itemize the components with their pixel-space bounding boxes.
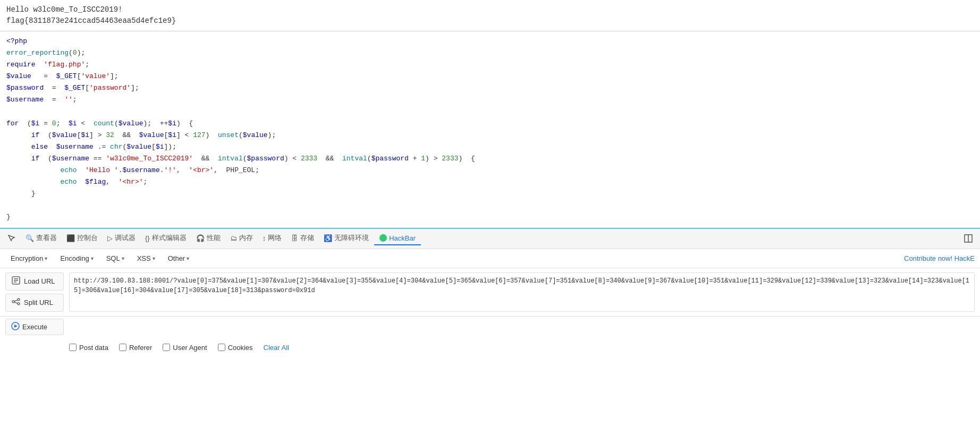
execute-label: Execute	[22, 323, 47, 331]
other-arrow: ▾	[187, 255, 189, 261]
inspector-icon: 🔍	[26, 234, 34, 242]
post-data-label: Post data	[79, 344, 108, 352]
encryption-menu[interactable]: Encryption ▾	[5, 253, 53, 264]
svg-line-10	[14, 302, 18, 303]
accessibility-label: 无障碍环境	[334, 233, 369, 243]
console-label: 控制台	[77, 233, 98, 243]
devtools-storage[interactable]: 🗄 存储	[287, 231, 318, 246]
devtools-style-editor[interactable]: {} 样式编辑器	[141, 231, 191, 246]
network-label: 网络	[268, 233, 282, 243]
svg-point-6	[12, 301, 14, 303]
devtools-memory[interactable]: 🗂 内存	[226, 231, 257, 246]
hackbar-content: Load URL Split URL http://39.100.83.188:…	[0, 268, 980, 317]
output-area: Hello w3lc0me_To_ISCC2019! flag{8311873e…	[0, 0, 980, 31]
devtools-performance[interactable]: 🎧 性能	[192, 231, 225, 246]
encoding-arrow: ▾	[91, 255, 94, 261]
code-line: else $username .= chr($value[$i]);	[6, 141, 974, 153]
encoding-menu[interactable]: Encoding ▾	[55, 253, 98, 264]
xss-menu[interactable]: XSS ▾	[132, 253, 160, 264]
accessibility-icon: ♿	[324, 234, 332, 242]
user-agent-checkbox[interactable]: User Agent	[163, 344, 207, 352]
other-label: Other	[168, 254, 185, 262]
contribute-link[interactable]: Contribute now! HackE	[904, 254, 975, 262]
load-url-button[interactable]: Load URL	[5, 272, 64, 291]
debugger-icon: ▷	[107, 234, 113, 242]
devtools-accessibility[interactable]: ♿ 无障碍环境	[319, 231, 373, 246]
code-line: for ($i = 0; $i < count($value); ++$i) {	[6, 118, 974, 130]
hackbar-label: HackBar	[389, 234, 416, 242]
hackbar-bottom: Post data Referer User Agent Cookies Cle…	[0, 339, 980, 356]
encoding-label: Encoding	[60, 254, 89, 262]
code-line: error_reporting(0);	[6, 47, 974, 59]
hackbar-left-panel: Load URL Split URL	[5, 272, 64, 312]
devtools-debugger[interactable]: ▷ 调试器	[103, 231, 140, 246]
svg-line-9	[14, 300, 18, 301]
code-line: $password = $_GET['password'];	[6, 82, 974, 94]
code-line: <?php	[6, 36, 974, 47]
referer-checkbox[interactable]: Referer	[119, 344, 152, 352]
execute-icon	[11, 322, 20, 332]
split-url-label: Split URL	[24, 298, 53, 306]
devtools-inspector[interactable]: 🔍 查看器	[21, 231, 61, 246]
referer-label: Referer	[129, 344, 152, 352]
code-line: if ($username == 'w3lc0me_To_ISCC2019' &…	[6, 153, 974, 165]
network-icon: ↕	[263, 234, 266, 242]
console-icon: ⬛	[66, 234, 75, 242]
referer-input[interactable]	[119, 344, 126, 351]
split-url-button[interactable]: Split URL	[5, 294, 64, 312]
cookies-label: Cookies	[228, 344, 253, 352]
performance-label: 性能	[207, 233, 221, 243]
cookies-input[interactable]	[218, 344, 225, 351]
code-line: echo 'Hello '.$username.'!', '<br>', PHP…	[6, 165, 974, 176]
inspector-label: 查看器	[36, 233, 57, 243]
encryption-arrow: ▾	[45, 255, 47, 261]
hackbar-tab[interactable]: HackBar	[374, 232, 421, 245]
code-line: }	[6, 211, 974, 223]
encryption-label: Encryption	[11, 254, 43, 262]
cookies-checkbox[interactable]: Cookies	[218, 344, 253, 352]
debugger-label: 调试器	[115, 233, 136, 243]
style-icon: {}	[145, 234, 150, 242]
xss-arrow: ▾	[153, 255, 155, 261]
output-line1: Hello w3lc0me_To_ISCC2019!	[6, 4, 974, 15]
code-line: if ($value[$i] > 32 && $value[$i] < 127)…	[6, 130, 974, 141]
execute-row: Execute	[0, 317, 980, 339]
xss-label: XSS	[137, 254, 151, 262]
memory-icon: 🗂	[230, 234, 237, 242]
user-agent-label: User Agent	[173, 344, 207, 352]
code-line: }	[6, 188, 974, 200]
clear-all-button[interactable]: Clear All	[264, 344, 289, 352]
storage-label: 存储	[300, 233, 314, 243]
load-url-icon	[11, 276, 21, 287]
svg-point-8	[18, 303, 20, 305]
svg-point-7	[18, 298, 20, 301]
code-line: $value = $_GET['value'];	[6, 71, 974, 82]
post-data-input[interactable]	[69, 344, 77, 351]
devtools-bar: 🔍 查看器 ⬛ 控制台 ▷ 调试器 {} 样式编辑器 🎧 性能 🗂 内存 ↕ 网…	[0, 229, 980, 249]
code-line: require 'flag.php';	[6, 59, 974, 71]
memory-label: 内存	[239, 233, 253, 243]
code-line	[6, 200, 974, 211]
devtools-expand-btn[interactable]	[960, 230, 977, 247]
url-input[interactable]: http://39.100.83.188:8001/?value[0]=375&…	[69, 272, 975, 312]
svg-marker-12	[14, 325, 18, 328]
code-line	[6, 106, 974, 118]
devtools-console[interactable]: ⬛ 控制台	[62, 231, 102, 246]
user-agent-input[interactable]	[163, 344, 170, 351]
storage-icon: 🗄	[291, 234, 298, 242]
performance-icon: 🎧	[196, 234, 205, 242]
code-area: <?php error_reporting(0); require 'flag.…	[0, 31, 980, 229]
post-data-checkbox[interactable]: Post data	[69, 344, 108, 352]
code-line: $username = '';	[6, 94, 974, 106]
devtools-network[interactable]: ↕ 网络	[258, 231, 286, 246]
hackbar-dot	[379, 234, 387, 242]
inspect-icon-btn[interactable]	[3, 230, 20, 247]
code-line: echo $flag, '<hr>';	[6, 176, 974, 188]
sql-label: SQL	[106, 254, 120, 262]
split-url-icon	[11, 297, 21, 309]
sql-arrow: ▾	[122, 255, 124, 261]
sql-menu[interactable]: SQL ▾	[101, 253, 130, 264]
other-menu[interactable]: Other ▾	[163, 253, 195, 264]
output-line2: flag{8311873e241ccad54463eaa5d4efc1e9}	[6, 15, 974, 27]
execute-button[interactable]: Execute	[5, 319, 64, 335]
